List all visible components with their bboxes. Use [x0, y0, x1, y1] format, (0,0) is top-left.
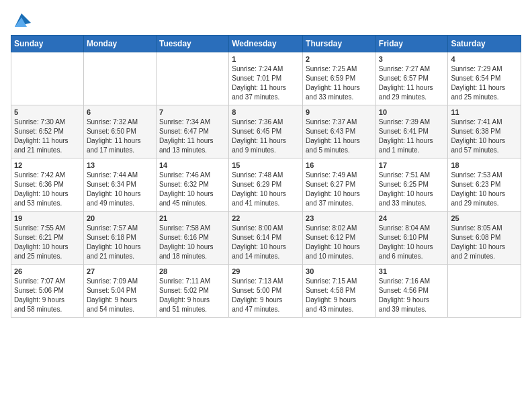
day-number: 5 — [14, 108, 81, 116]
day-info: Sunrise: 7:53 AM Sunset: 6:23 PM Dayligh… — [451, 171, 518, 208]
week-row-4: 19Sunrise: 7:55 AM Sunset: 6:21 PM Dayli… — [11, 212, 521, 265]
calendar-cell: 26Sunrise: 7:07 AM Sunset: 5:06 PM Dayli… — [11, 265, 84, 318]
day-info: Sunrise: 7:36 AM Sunset: 6:45 PM Dayligh… — [232, 118, 300, 155]
calendar-cell: 22Sunrise: 8:00 AM Sunset: 6:14 PM Dayli… — [229, 212, 303, 265]
calendar-cell: 6Sunrise: 7:32 AM Sunset: 6:50 PM Daylig… — [83, 105, 156, 158]
day-info: Sunrise: 7:34 AM Sunset: 6:47 PM Dayligh… — [159, 118, 226, 155]
calendar-cell: 25Sunrise: 8:05 AM Sunset: 6:08 PM Dayli… — [448, 212, 521, 265]
day-number: 13 — [87, 161, 153, 169]
day-number: 4 — [451, 55, 518, 63]
week-row-3: 12Sunrise: 7:42 AM Sunset: 6:36 PM Dayli… — [11, 158, 521, 212]
week-row-5: 26Sunrise: 7:07 AM Sunset: 5:06 PM Dayli… — [11, 265, 521, 318]
day-info: Sunrise: 7:58 AM Sunset: 6:16 PM Dayligh… — [159, 224, 226, 261]
day-number: 24 — [379, 214, 445, 222]
day-number: 14 — [159, 161, 226, 169]
day-info: Sunrise: 7:32 AM Sunset: 6:50 PM Dayligh… — [87, 118, 153, 155]
calendar-table: SundayMondayTuesdayWednesdayThursdayFrid… — [11, 35, 521, 318]
calendar-cell: 3Sunrise: 7:27 AM Sunset: 6:57 PM Daylig… — [375, 52, 448, 105]
calendar-cell: 8Sunrise: 7:36 AM Sunset: 6:45 PM Daylig… — [229, 105, 303, 158]
day-number: 22 — [232, 214, 300, 222]
calendar-cell: 23Sunrise: 8:02 AM Sunset: 6:12 PM Dayli… — [303, 212, 376, 265]
weekday-thursday: Thursday — [303, 36, 376, 52]
calendar-cell: 4Sunrise: 7:29 AM Sunset: 6:54 PM Daylig… — [448, 52, 521, 105]
day-info: Sunrise: 7:41 AM Sunset: 6:38 PM Dayligh… — [451, 118, 518, 155]
day-info: Sunrise: 7:55 AM Sunset: 6:21 PM Dayligh… — [14, 224, 81, 261]
calendar-cell: 1Sunrise: 7:24 AM Sunset: 7:01 PM Daylig… — [229, 52, 303, 105]
day-info: Sunrise: 7:37 AM Sunset: 6:43 PM Dayligh… — [306, 118, 373, 155]
calendar-cell: 28Sunrise: 7:11 AM Sunset: 5:02 PM Dayli… — [156, 265, 228, 318]
weekday-header-row: SundayMondayTuesdayWednesdayThursdayFrid… — [11, 36, 521, 52]
day-info: Sunrise: 7:29 AM Sunset: 6:54 PM Dayligh… — [451, 64, 518, 102]
day-number: 31 — [379, 267, 445, 275]
week-row-1: 1Sunrise: 7:24 AM Sunset: 7:01 PM Daylig… — [11, 52, 521, 105]
day-info: Sunrise: 7:57 AM Sunset: 6:18 PM Dayligh… — [87, 224, 153, 261]
day-number: 16 — [306, 161, 373, 169]
calendar-cell: 11Sunrise: 7:41 AM Sunset: 6:38 PM Dayli… — [448, 105, 521, 158]
day-number: 2 — [306, 55, 373, 63]
week-row-2: 5Sunrise: 7:30 AM Sunset: 6:52 PM Daylig… — [11, 105, 521, 158]
day-info: Sunrise: 7:49 AM Sunset: 6:27 PM Dayligh… — [306, 171, 373, 208]
calendar-cell: 24Sunrise: 8:04 AM Sunset: 6:10 PM Dayli… — [375, 212, 448, 265]
day-info: Sunrise: 7:07 AM Sunset: 5:06 PM Dayligh… — [14, 277, 81, 314]
day-number: 11 — [451, 108, 518, 116]
day-info: Sunrise: 7:24 AM Sunset: 7:01 PM Dayligh… — [232, 64, 300, 102]
weekday-sunday: Sunday — [11, 36, 84, 52]
calendar-cell — [83, 52, 156, 105]
calendar-cell — [448, 265, 521, 318]
day-number: 30 — [306, 267, 373, 275]
calendar-cell: 12Sunrise: 7:42 AM Sunset: 6:36 PM Dayli… — [11, 158, 84, 212]
day-number: 23 — [306, 214, 373, 222]
day-number: 20 — [87, 214, 153, 222]
day-info: Sunrise: 7:25 AM Sunset: 6:59 PM Dayligh… — [306, 64, 373, 102]
day-number: 26 — [14, 267, 81, 275]
day-info: Sunrise: 7:39 AM Sunset: 6:41 PM Dayligh… — [379, 118, 445, 155]
day-info: Sunrise: 7:51 AM Sunset: 6:25 PM Dayligh… — [379, 171, 445, 208]
day-number: 1 — [232, 55, 300, 63]
day-info: Sunrise: 7:11 AM Sunset: 5:02 PM Dayligh… — [159, 277, 226, 314]
calendar-cell: 5Sunrise: 7:30 AM Sunset: 6:52 PM Daylig… — [11, 105, 84, 158]
calendar-cell: 10Sunrise: 7:39 AM Sunset: 6:41 PM Dayli… — [375, 105, 448, 158]
day-number: 28 — [159, 267, 226, 275]
day-number: 15 — [232, 161, 300, 169]
day-info: Sunrise: 7:15 AM Sunset: 4:58 PM Dayligh… — [306, 277, 373, 314]
day-info: Sunrise: 7:44 AM Sunset: 6:34 PM Dayligh… — [87, 171, 153, 208]
calendar-cell: 27Sunrise: 7:09 AM Sunset: 5:04 PM Dayli… — [83, 265, 156, 318]
day-number: 29 — [232, 267, 300, 275]
calendar-cell: 14Sunrise: 7:46 AM Sunset: 6:32 PM Dayli… — [156, 158, 228, 212]
day-number: 7 — [159, 108, 226, 116]
calendar-cell: 16Sunrise: 7:49 AM Sunset: 6:27 PM Dayli… — [303, 158, 376, 212]
calendar-cell — [11, 52, 84, 105]
calendar-cell: 9Sunrise: 7:37 AM Sunset: 6:43 PM Daylig… — [303, 105, 376, 158]
day-info: Sunrise: 8:00 AM Sunset: 6:14 PM Dayligh… — [232, 224, 300, 261]
calendar-cell: 29Sunrise: 7:13 AM Sunset: 5:00 PM Dayli… — [229, 265, 303, 318]
day-info: Sunrise: 7:48 AM Sunset: 6:29 PM Dayligh… — [232, 171, 300, 208]
day-info: Sunrise: 7:30 AM Sunset: 6:52 PM Dayligh… — [14, 118, 81, 155]
day-info: Sunrise: 7:27 AM Sunset: 6:57 PM Dayligh… — [379, 64, 445, 102]
calendar-cell: 2Sunrise: 7:25 AM Sunset: 6:59 PM Daylig… — [303, 52, 376, 105]
day-info: Sunrise: 8:02 AM Sunset: 6:12 PM Dayligh… — [306, 224, 373, 261]
day-info: Sunrise: 8:04 AM Sunset: 6:10 PM Dayligh… — [379, 224, 445, 261]
day-number: 10 — [379, 108, 445, 116]
day-info: Sunrise: 7:42 AM Sunset: 6:36 PM Dayligh… — [14, 171, 81, 208]
calendar-cell: 20Sunrise: 7:57 AM Sunset: 6:18 PM Dayli… — [83, 212, 156, 265]
logo — [11, 11, 31, 30]
page: SundayMondayTuesdayWednesdayThursdayFrid… — [0, 0, 532, 328]
calendar-cell: 21Sunrise: 7:58 AM Sunset: 6:16 PM Dayli… — [156, 212, 228, 265]
logo-icon — [12, 11, 31, 30]
day-number: 3 — [379, 55, 445, 63]
weekday-friday: Friday — [375, 36, 448, 52]
day-info: Sunrise: 7:16 AM Sunset: 4:56 PM Dayligh… — [379, 277, 445, 314]
day-number: 19 — [14, 214, 81, 222]
day-info: Sunrise: 7:09 AM Sunset: 5:04 PM Dayligh… — [87, 277, 153, 314]
day-info: Sunrise: 7:13 AM Sunset: 5:00 PM Dayligh… — [232, 277, 300, 314]
calendar-cell: 17Sunrise: 7:51 AM Sunset: 6:25 PM Dayli… — [375, 158, 448, 212]
day-number: 17 — [379, 161, 445, 169]
calendar-cell: 30Sunrise: 7:15 AM Sunset: 4:58 PM Dayli… — [303, 265, 376, 318]
weekday-tuesday: Tuesday — [156, 36, 228, 52]
calendar-cell: 19Sunrise: 7:55 AM Sunset: 6:21 PM Dayli… — [11, 212, 84, 265]
day-number: 18 — [451, 161, 518, 169]
weekday-wednesday: Wednesday — [229, 36, 303, 52]
day-number: 21 — [159, 214, 226, 222]
day-number: 8 — [232, 108, 300, 116]
calendar-cell: 13Sunrise: 7:44 AM Sunset: 6:34 PM Dayli… — [83, 158, 156, 212]
